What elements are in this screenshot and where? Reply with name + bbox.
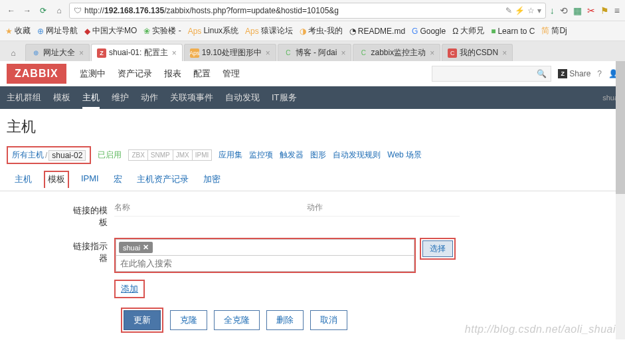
share-button[interactable]: ZShare <box>558 69 590 78</box>
bookmarks-bar: ★收藏 ⊕网址导航 ◆中国大学MO ❀实验楼 - ApsLinux系统 Aps猿… <box>0 21 625 41</box>
wand-icon[interactable]: ✎ <box>505 6 512 15</box>
bookmark-item[interactable]: ⊕网址导航 <box>37 25 78 37</box>
link-indicator-row: 链接指示器 shuai ✕ 选择 <box>66 238 618 298</box>
add-link[interactable]: 添加 <box>114 280 145 298</box>
scroll-thumb[interactable] <box>616 61 625 194</box>
nav-monitoring[interactable]: 监测中 <box>80 68 106 80</box>
menu-icon[interactable]: ≡ <box>614 5 620 16</box>
nav-inventory[interactable]: 资产记录 <box>118 68 152 80</box>
template-selector[interactable]: shuai ✕ <box>116 239 414 256</box>
close-icon[interactable]: × <box>266 48 270 58</box>
close-icon[interactable]: × <box>502 48 507 58</box>
bookmark-item[interactable]: ■Learn to C <box>491 27 535 36</box>
zabbix-header: ZABBIX 监测中 资产记录 报表 配置 管理 🔍 ZShare ? 👤 <box>0 61 625 86</box>
aps-favicon: Aps <box>190 48 199 58</box>
browser-tab[interactable]: ⊕网址大全× <box>25 44 90 61</box>
scrollbar-vertical[interactable] <box>616 61 625 339</box>
apps-icon[interactable]: ▦ <box>573 5 582 16</box>
link-items[interactable]: 监控项 <box>249 149 273 161</box>
star-bookmark-icon[interactable]: ☆ <box>527 6 535 15</box>
tab-home-icon[interactable]: ⌂ <box>5 45 21 61</box>
bookmark-item[interactable]: Ω大师兄 <box>452 25 484 37</box>
reload-icon[interactable]: ⟳ <box>37 5 49 17</box>
link-graphs[interactable]: 图形 <box>310 149 326 161</box>
subnav-maintenance[interactable]: 维护 <box>112 86 129 109</box>
tab-host[interactable]: 主机 <box>12 171 35 188</box>
subnav-actions[interactable]: 动作 <box>141 86 158 109</box>
back-icon[interactable]: ← <box>5 5 17 17</box>
close-icon[interactable]: × <box>172 48 177 58</box>
bookmark-item[interactable]: ❀实验楼 - <box>143 25 181 37</box>
link-applications[interactable]: 应用集 <box>219 149 242 161</box>
dropdown-icon[interactable]: ▾ <box>537 6 541 15</box>
template-search-input[interactable] <box>120 258 410 268</box>
zabbix-search[interactable]: 🔍 <box>432 66 551 82</box>
close-icon[interactable]: × <box>430 48 434 58</box>
forward-icon[interactable]: → <box>21 5 33 17</box>
form-area: 链接的模板 名称 动作 链接指示器 shuai ✕ <box>0 191 625 339</box>
delete-button[interactable]: 删除 <box>266 310 304 330</box>
cut-icon[interactable]: ✂ <box>587 5 595 16</box>
bookmark-item[interactable]: ◔README.md <box>349 27 405 36</box>
blog-favicon: C <box>284 48 293 58</box>
close-icon[interactable]: × <box>79 48 84 58</box>
tab-templates[interactable]: 模板 <box>44 171 69 188</box>
bookmark-item[interactable]: 简简Dj <box>541 25 567 37</box>
help-icon[interactable]: ? <box>597 69 602 78</box>
browser-tab[interactable]: C我的CSDN× <box>442 44 513 61</box>
nav-administration[interactable]: 管理 <box>223 68 240 80</box>
subnav-templates[interactable]: 模板 <box>53 86 70 109</box>
subnav-itservices[interactable]: IT服务 <box>272 86 297 109</box>
browser-tab[interactable]: C博客 - 阿dai× <box>278 44 352 61</box>
col-action: 动作 <box>307 202 323 213</box>
url-bar[interactable]: 🛡 http://192.168.176.135/zabbix/hosts.ph… <box>69 3 546 19</box>
bookmark-item[interactable]: Aps猿课论坛 <box>245 25 293 37</box>
download-icon[interactable]: ↓ <box>550 5 555 16</box>
linked-templates-row: 链接的模板 名称 动作 <box>66 202 618 228</box>
full-clone-button[interactable]: 全克隆 <box>214 310 260 330</box>
proto-zbx: ZBX <box>129 150 147 160</box>
tab-inventory[interactable]: 主机资产记录 <box>134 171 191 188</box>
bookmark-item[interactable]: ◑考虫-我的 <box>300 25 343 37</box>
url-text: http://192.168.176.135/zabbix/hosts.php?… <box>84 6 503 15</box>
table-header: 名称 动作 <box>114 202 460 217</box>
update-button[interactable]: 更新 <box>124 310 161 330</box>
bookmark-item[interactable]: ◆中国大学MO <box>84 25 137 37</box>
browser-tab[interactable]: Czabbix监控主动× <box>353 44 440 61</box>
link-triggers[interactable]: 触发器 <box>280 149 304 161</box>
bookmark-item[interactable]: ApsLinux系统 <box>188 25 238 37</box>
sync-icon[interactable]: ⟲ <box>560 5 568 16</box>
home-icon[interactable]: ⌂ <box>53 5 65 17</box>
nav-reports[interactable]: 报表 <box>164 68 181 80</box>
browser-tab[interactable]: Zshuai-01: 配置主× <box>91 44 183 61</box>
enabled-status: 已启用 <box>98 149 122 161</box>
zabbix-subnav: 主机群组 模板 主机 维护 动作 关联项事件 自动发现 IT服务 shua <box>0 86 625 109</box>
zabbix-logo[interactable]: ZABBIX <box>7 64 66 84</box>
bookmarks-btn[interactable]: ★收藏 <box>5 25 31 37</box>
template-chip: shuai ✕ <box>119 242 153 253</box>
csdn-favicon: C <box>448 48 457 58</box>
select-button[interactable]: 选择 <box>422 240 453 257</box>
tab-encryption[interactable]: 加密 <box>201 171 223 188</box>
bookmark-item[interactable]: GGoogle <box>412 27 446 36</box>
subnav-hosts[interactable]: 主机 <box>82 86 100 109</box>
tab-macros[interactable]: 宏 <box>111 171 125 188</box>
browser-tab[interactable]: Aps19.10处理图形中× <box>184 44 276 61</box>
search-hint-input[interactable] <box>116 256 414 272</box>
breadcrumb-all-hosts[interactable]: 所有主机 <box>12 149 44 161</box>
link-web-scenarios[interactable]: Web 场景 <box>387 149 422 161</box>
link-indicator-label: 链接指示器 <box>66 238 114 264</box>
flash-icon[interactable]: ⚡ <box>515 6 525 15</box>
remove-chip-icon[interactable]: ✕ <box>143 243 149 252</box>
nav-configuration[interactable]: 配置 <box>193 68 211 80</box>
shield-icon: 🛡 <box>74 6 82 15</box>
close-icon[interactable]: × <box>341 48 345 58</box>
flag-icon[interactable]: ⚑ <box>600 5 609 16</box>
subnav-correlation[interactable]: 关联项事件 <box>170 86 213 109</box>
tab-ipmi[interactable]: IPMI <box>78 171 102 188</box>
clone-button[interactable]: 克隆 <box>170 310 207 330</box>
subnav-hostgroups[interactable]: 主机群组 <box>7 86 41 109</box>
link-discovery-rules[interactable]: 自动发现规则 <box>333 149 381 161</box>
subnav-discovery[interactable]: 自动发现 <box>225 86 260 109</box>
cancel-button[interactable]: 取消 <box>310 310 347 330</box>
